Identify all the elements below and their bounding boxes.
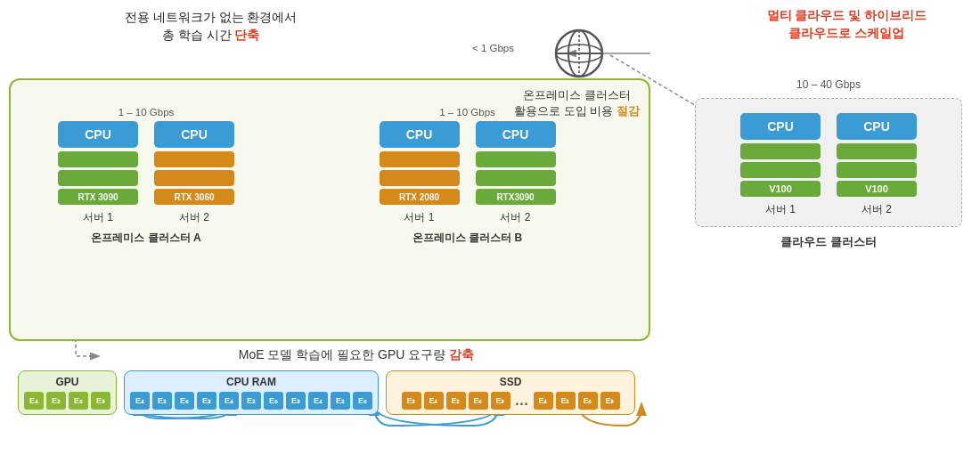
ssd-cell-3: E₂ <box>446 392 466 410</box>
cluster-a-s1-gpu2 <box>58 170 138 186</box>
cloud-section: 10 – 40 Gbps CPU V100 <box>695 78 962 250</box>
ssd-box: SSD E₃ E₄ E₂ E₆ E₃ … E₄ E₂ E₆ E₃ <box>386 370 635 415</box>
globe-icon <box>552 27 606 80</box>
cluster-b-s2-gpu1 <box>476 151 556 167</box>
ram-cell-8: E₃ <box>286 392 306 410</box>
cluster-b-name: 온프레미스 클러스터 B <box>296 231 639 246</box>
cluster-b-s1-label: 서버 1 <box>404 210 434 225</box>
cloud-s2-gpu3: V100 <box>837 181 917 197</box>
cluster-a-s2-gpu2 <box>154 170 234 186</box>
top-right-line1: 멀티 클라우드 및 하이브리드 <box>767 9 927 22</box>
cluster-a-s2-gpu1 <box>154 151 234 167</box>
ssd-cells: E₃ E₄ E₂ E₆ E₃ … E₄ E₂ E₆ E₃ <box>402 392 620 410</box>
top-line2: 총 학습 시간 <box>162 28 234 42</box>
ram-cell-4: E₃ <box>197 392 216 410</box>
cloud-server1: CPU V100 서버 1 <box>740 113 821 217</box>
top-text-right: 멀티 클라우드 및 하이브리드 클라우드로 스케일업 <box>767 7 927 44</box>
cloud-s2-cpu: CPU <box>837 113 917 140</box>
gpu-cell-3: E₆ <box>69 392 88 410</box>
gpu-box-title: GPU <box>55 376 78 388</box>
top-highlight: 단축 <box>234 28 259 42</box>
cluster-a-s2-label: 서버 2 <box>179 210 209 225</box>
gpu-cell-4: E₃ <box>91 392 110 410</box>
speed-top-label: < 1 Gbps <box>472 43 514 53</box>
ram-cell-1: E₄ <box>130 392 150 410</box>
ssd-cell-6: E₄ <box>534 392 553 410</box>
cluster-a-speed: 1 – 10 Gbps <box>21 107 271 118</box>
cluster-b-server1: CPU RTX 2080 서버 1 <box>380 121 460 225</box>
cloud-s1-gpu2 <box>740 162 821 178</box>
cluster-b-s1-cpu: CPU <box>380 121 460 148</box>
gpu-cell-2: E₂ <box>46 392 66 410</box>
cluster-b-s2-cpu: CPU <box>476 121 556 148</box>
cluster-a-s1-label: 서버 1 <box>83 210 113 225</box>
cluster-a-server2: CPU RTX 3060 서버 2 <box>154 121 234 225</box>
cluster-b-s2-label: 서버 2 <box>500 210 530 225</box>
ssd-cell-9: E₃ <box>600 392 620 410</box>
ram-box-title: CPU RAM <box>226 376 276 388</box>
cluster-a-server1: CPU RTX 3090 서버 1 <box>58 121 138 225</box>
bottom-title: MoE 모델 학습에 필요한 GPU 요구량 감축 <box>18 347 695 363</box>
top-text-left: 전용 네트워크가 없는 환경에서 총 학습 시간 단축 <box>125 9 297 45</box>
cluster-b-s1-gpu1 <box>380 151 460 167</box>
onprem-box: 온프레미스 클러스터 활용으로 도입 비용 절감 1 – 10 Gbps CPU <box>9 78 650 341</box>
ram-cell-7: E₆ <box>264 392 283 410</box>
ram-cell-3: E₆ <box>175 392 194 410</box>
cloud-speed: 10 – 40 Gbps <box>695 78 962 91</box>
cloud-s1-gpu1 <box>740 143 821 159</box>
cloud-s2-label: 서버 2 <box>862 202 892 217</box>
cluster-a-s1-gpu3: RTX 3090 <box>58 189 138 205</box>
cluster-b-s2-gpu3: RTX3090 <box>476 189 556 205</box>
ram-cell-11: E₆ <box>353 392 372 410</box>
ssd-cell-4: E₆ <box>469 392 488 410</box>
ram-cells: E₄ E₂ E₆ E₃ E₄ E₂ E₆ E₃ E₄ E₂ E₆ <box>130 392 372 410</box>
ssd-cell-2: E₄ <box>424 392 444 410</box>
ssd-dots: … <box>515 393 529 409</box>
cloud-s1-gpu3: V100 <box>740 181 821 197</box>
cluster-a-name: 온프레미스 클러스터 A <box>21 231 271 246</box>
cloud-s1-label: 서버 1 <box>765 202 796 217</box>
cloud-s2-gpu2 <box>837 162 917 178</box>
gpu-box: GPU E₄ E₂ E₆ E₃ <box>18 370 117 415</box>
main-container: 전용 네트워크가 없는 환경에서 총 학습 시간 단축 멀티 클라우드 및 하이… <box>0 0 980 455</box>
ssd-cell-5: E₃ <box>491 392 510 410</box>
cluster-a-s1-gpu1 <box>58 151 138 167</box>
ssd-cell-8: E₆ <box>578 392 598 410</box>
cluster-a-s2-gpu3: RTX 3060 <box>154 189 234 205</box>
top-line1: 전용 네트워크가 없는 환경에서 <box>125 11 297 24</box>
bottom-section: MoE 모델 학습에 필요한 GPU 요구량 감축 GPU E₄ E₂ E₆ E… <box>18 347 695 415</box>
ram-box: CPU RAM E₄ E₂ E₆ E₃ E₄ E₂ E₆ E₃ E₄ E₂ E₆ <box>124 370 379 415</box>
ssd-box-title: SSD <box>500 376 522 388</box>
cluster-b-server2: CPU RTX3090 서버 2 <box>476 121 556 225</box>
ram-cell-6: E₂ <box>241 392 261 410</box>
cluster-b-s2-gpu2 <box>476 170 556 186</box>
cloud-s1-cpu: CPU <box>740 113 821 140</box>
cluster-a-s2-cpu: CPU <box>154 121 234 148</box>
cloud-server2: CPU V100 서버 2 <box>837 113 917 217</box>
cloud-cluster-name: 클라우드 클러스터 <box>695 234 962 250</box>
cluster-b-s1-gpu3: RTX 2080 <box>380 189 460 205</box>
ssd-cell-1: E₃ <box>402 392 421 410</box>
gpu-cell-1: E₄ <box>24 392 44 410</box>
ram-cell-10: E₂ <box>331 392 350 410</box>
cluster-b-speed: 1 – 10 Gbps <box>296 107 639 118</box>
cluster-b-s1-gpu2 <box>380 170 460 186</box>
ram-cell-2: E₂ <box>152 392 172 410</box>
gpu-cells: E₄ E₂ E₆ E₃ <box>24 392 110 410</box>
cluster-a-s1-cpu: CPU <box>58 121 138 148</box>
ram-cell-9: E₄ <box>308 392 328 410</box>
ssd-cell-7: E₂ <box>556 392 576 410</box>
cloud-s2-gpu1 <box>837 143 917 159</box>
ram-cell-5: E₄ <box>219 392 239 410</box>
top-right-line2: 클라우드로 스케일업 <box>788 27 904 40</box>
